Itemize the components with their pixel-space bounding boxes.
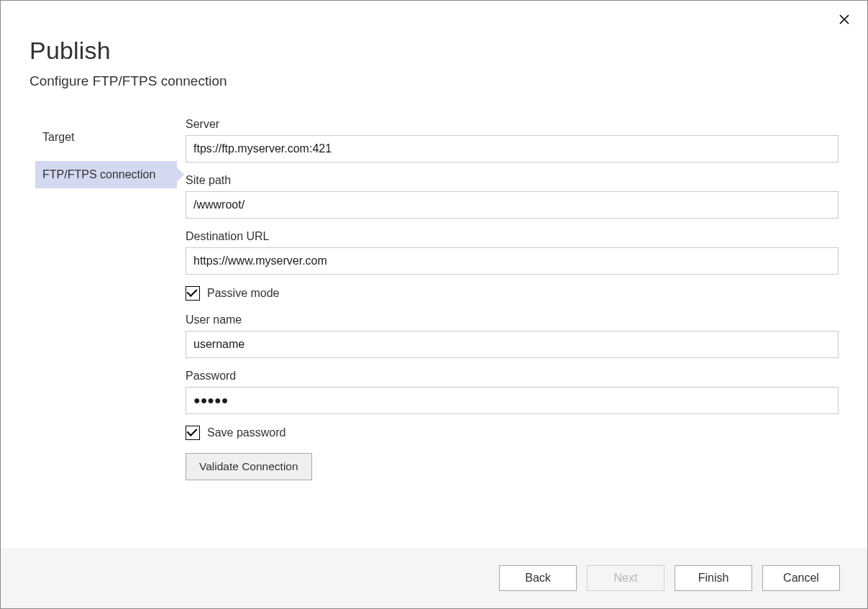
site-path-label: Site path xyxy=(186,174,839,187)
dialog-header: Publish Configure FTP/FTPS connection xyxy=(1,1,867,96)
finish-button[interactable]: Finish xyxy=(675,565,752,591)
server-input[interactable] xyxy=(186,135,839,162)
checkbox-save-password-row: Save password xyxy=(186,426,839,440)
field-user-name: User name xyxy=(186,313,839,358)
field-password: Password xyxy=(186,370,839,414)
close-icon xyxy=(839,13,849,27)
destination-url-input[interactable] xyxy=(186,247,839,275)
close-button[interactable] xyxy=(834,9,854,29)
dialog-footer: Back Next Finish Cancel xyxy=(1,548,867,608)
next-button: Next xyxy=(587,565,664,591)
dialog-subtitle: Configure FTP/FTPS connection xyxy=(29,73,839,89)
checkbox-passive-mode-row: Passive mode xyxy=(186,286,839,301)
cancel-button[interactable]: Cancel xyxy=(762,565,840,591)
form-area: Server Site path Destination URL Passive… xyxy=(177,118,839,541)
publish-dialog: Publish Configure FTP/FTPS connection Ta… xyxy=(0,0,868,609)
destination-url-label: Destination URL xyxy=(186,230,839,243)
password-input[interactable] xyxy=(186,387,839,414)
passive-mode-checkbox[interactable] xyxy=(186,286,200,301)
dialog-title: Publish xyxy=(29,37,839,65)
validate-connection-button[interactable]: Validate Connection xyxy=(186,453,312,480)
field-server: Server xyxy=(186,118,839,162)
save-password-checkbox[interactable] xyxy=(186,426,200,440)
sidebar: Target FTP/FTPS connection xyxy=(29,118,177,541)
user-name-input[interactable] xyxy=(186,331,839,358)
save-password-label[interactable]: Save password xyxy=(207,426,285,439)
site-path-input[interactable] xyxy=(186,191,839,219)
field-site-path: Site path xyxy=(186,174,839,219)
field-destination-url: Destination URL xyxy=(186,230,839,275)
sidebar-item-label: FTP/FTPS connection xyxy=(42,168,155,180)
password-label: Password xyxy=(186,370,839,383)
sidebar-item-ftp-connection[interactable]: FTP/FTPS connection xyxy=(35,161,177,188)
sidebar-item-label: Target xyxy=(42,131,74,143)
back-button[interactable]: Back xyxy=(499,565,577,591)
dialog-body: Target FTP/FTPS connection Server Site p… xyxy=(1,96,867,548)
sidebar-item-target[interactable]: Target xyxy=(35,124,177,151)
server-label: Server xyxy=(186,118,839,131)
passive-mode-label[interactable]: Passive mode xyxy=(207,287,280,300)
user-name-label: User name xyxy=(186,313,839,326)
